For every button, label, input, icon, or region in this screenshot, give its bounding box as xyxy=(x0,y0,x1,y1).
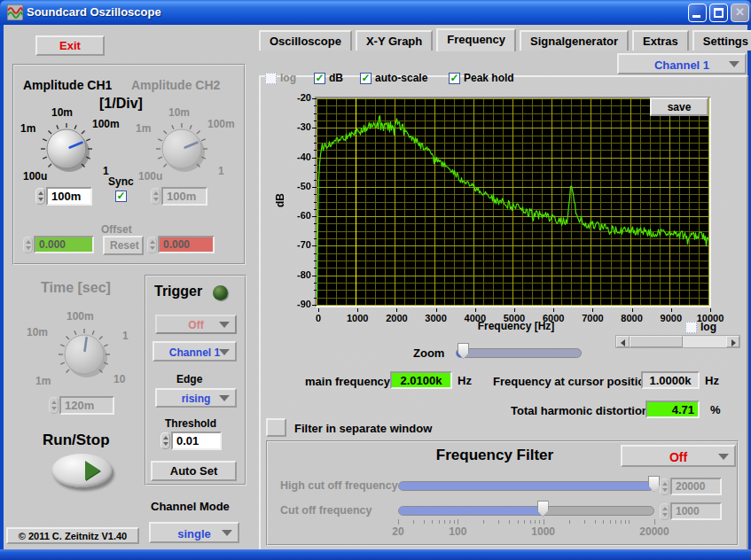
spectrum-canvas[interactable] xyxy=(317,98,709,306)
high-cut-slider[interactable] xyxy=(398,481,654,491)
minimize-icon xyxy=(692,15,700,18)
x-tick xyxy=(632,308,633,312)
high-cut-spinner[interactable] xyxy=(660,478,669,495)
time-knob[interactable] xyxy=(56,326,113,383)
y-tick xyxy=(312,305,317,306)
runstop-label: Run/Stop xyxy=(43,432,110,449)
high-cut-label: High cut off frequency xyxy=(280,479,398,492)
filter-scale-minor-tick xyxy=(524,520,525,524)
x-tick xyxy=(592,308,593,312)
chart-scrollbar[interactable] xyxy=(615,335,740,348)
y-tick-label: -50 xyxy=(286,181,311,191)
cursor-frequency-value: 1.0000k xyxy=(641,371,700,389)
peakhold-checkbox[interactable]: ✓ xyxy=(449,73,460,84)
scroll-left-button[interactable] xyxy=(616,336,630,347)
channel-mode-dropdown[interactable]: single xyxy=(149,522,239,543)
filter-mode-dropdown[interactable]: Off xyxy=(621,445,736,467)
filter-scale-label: 20000 xyxy=(635,525,674,538)
amplitude-ch1-spinner[interactable] xyxy=(35,188,45,205)
runstop-button[interactable] xyxy=(51,454,112,487)
y-axis-title: dB xyxy=(274,193,286,207)
cursor-frequency-label: Frequency at cursor position xyxy=(493,375,652,388)
high-cut-value[interactable]: 20000 xyxy=(670,478,722,495)
channel-mode-label: Channel Mode xyxy=(151,500,230,513)
trigger-led xyxy=(213,285,228,300)
autoset-button[interactable]: Auto Set xyxy=(151,461,237,481)
threshold-value[interactable]: 0.01 xyxy=(171,432,222,450)
x-axis-title: Frequency [Hz] xyxy=(445,320,587,332)
channel-select-value: Channel 1 xyxy=(654,58,709,72)
y-minor-tick xyxy=(314,238,317,239)
trigger-edge-dropdown[interactable]: rising xyxy=(155,388,237,408)
y-minor-tick xyxy=(314,180,317,181)
offset-ch1-spinner[interactable] xyxy=(23,237,33,253)
tab-xy-graph[interactable]: X-Y Graph xyxy=(356,30,433,51)
offset-ch2-spinner[interactable] xyxy=(147,237,157,253)
spectrum-plot[interactable] xyxy=(315,97,711,307)
offset-reset-button[interactable]: Reset xyxy=(103,236,144,255)
thd-unit: % xyxy=(710,403,721,416)
log-checkbox[interactable]: ✓ xyxy=(265,73,277,84)
filter-window-checkbox[interactable] xyxy=(266,418,286,437)
amplitude-ch2-value[interactable]: 100m xyxy=(161,187,207,206)
filter-scale-minor-tick xyxy=(483,520,484,524)
chevron-down-icon xyxy=(219,395,230,401)
minimize-button[interactable] xyxy=(688,4,707,22)
save-button[interactable]: save xyxy=(650,97,708,116)
exit-button[interactable]: Exit xyxy=(35,35,105,56)
scroll-right-button[interactable] xyxy=(726,336,739,347)
maximize-button[interactable] xyxy=(709,4,728,22)
y-minor-tick xyxy=(314,268,317,268)
offset-ch1-value[interactable]: 0.000 xyxy=(34,236,94,253)
window-bottom-border xyxy=(0,549,751,560)
knob2-tick-1: 1 xyxy=(218,165,224,177)
play-icon xyxy=(85,461,100,480)
y-minor-tick xyxy=(314,113,317,114)
db-checkbox-label: dB xyxy=(329,72,343,84)
db-checkbox[interactable]: ✓ xyxy=(314,73,325,84)
amplitude-ch2-spinner[interactable] xyxy=(151,188,160,205)
tab-oscilloscope[interactable]: Oscilloscope xyxy=(259,30,352,51)
filter-scale-minor-tick xyxy=(539,520,540,524)
close-button[interactable]: ✕ xyxy=(731,4,749,22)
offset-ch2-value[interactable]: 0.000 xyxy=(158,236,215,253)
cut-off-spinner[interactable] xyxy=(660,503,669,520)
threshold-spinner[interactable] xyxy=(160,432,170,449)
amplitude-ch1-knob[interactable] xyxy=(38,121,95,177)
x-tick xyxy=(436,308,437,312)
app-window: Soundcard Oszilloscope ✕ Exit Amplitude … xyxy=(0,0,751,560)
offset-label: Offset xyxy=(101,223,132,236)
y-tick xyxy=(312,98,317,99)
amplitude-ch1-value[interactable]: 100m xyxy=(46,187,92,206)
tab-extras[interactable]: Extras xyxy=(632,30,689,51)
channel-mode-value: single xyxy=(177,527,211,541)
y-minor-tick xyxy=(314,261,317,261)
title-bar[interactable]: Soundcard Oszilloscope ✕ xyxy=(0,0,751,25)
cut-off-slider[interactable] xyxy=(398,506,654,516)
amplitude-ch2-knob[interactable] xyxy=(153,121,210,177)
chevron-down-icon xyxy=(222,530,232,536)
y-tick xyxy=(312,216,317,217)
time-spinner[interactable] xyxy=(49,397,59,414)
sync-checkbox[interactable]: ✓ xyxy=(115,191,127,202)
filter-scale-major-tick xyxy=(654,519,655,525)
tab-signalgenerator[interactable]: Signalgenerator xyxy=(520,30,629,51)
log-axis-checkbox[interactable]: ✓ xyxy=(685,322,697,333)
peakhold-checkbox-label: Peak hold xyxy=(464,72,514,84)
tab-settings[interactable]: Settings xyxy=(692,30,751,51)
cut-off-value[interactable]: 1000 xyxy=(670,502,722,520)
tab-frequency[interactable]: Frequency xyxy=(436,28,516,51)
scrollbar-thumb[interactable] xyxy=(630,336,683,347)
trigger-mode-dropdown[interactable]: Off xyxy=(155,315,237,334)
channel-select-dropdown[interactable]: Channel 1 xyxy=(617,53,747,74)
zoom-label: Zoom xyxy=(413,346,444,360)
time-value[interactable]: 120m xyxy=(59,396,114,415)
sync-label: Sync xyxy=(108,175,134,188)
autoscale-checkbox[interactable]: ✓ xyxy=(360,73,372,84)
filter-scale-minor-tick xyxy=(610,520,611,524)
zoom-slider[interactable] xyxy=(456,348,582,358)
amplitude-ch2-label: Amplitude CH2 xyxy=(131,78,220,92)
filter-scale-minor-tick xyxy=(413,520,414,524)
trigger-channel-dropdown[interactable]: Channel 1 xyxy=(153,341,237,362)
filter-scale-minor-tick xyxy=(569,520,570,524)
